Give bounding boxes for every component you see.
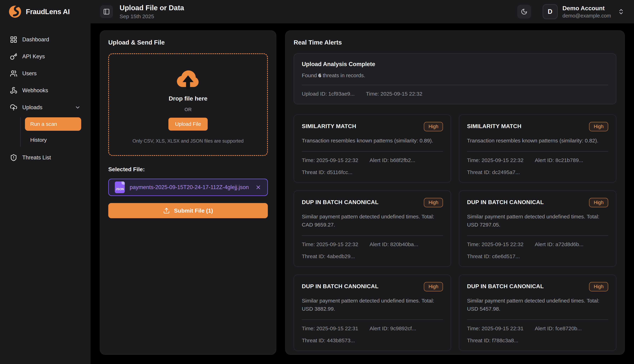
- sidebar-item[interactable]: Uploads: [6, 99, 85, 116]
- alert-time: Time: 2025-09-15 22:32: [302, 241, 358, 248]
- alert-description: Similar payment pattern detected undefin…: [302, 212, 443, 229]
- severity-badge: High: [424, 198, 443, 207]
- sidebar-item[interactable]: Webhooks: [6, 82, 85, 99]
- alert-card: SIMILARITY MATCH High Transaction resemb…: [294, 114, 451, 183]
- sidebar: FraudLens AI Dashboard API Keys Users We…: [0, 0, 91, 364]
- alert-id: Alert ID: 8c21b789...: [535, 157, 583, 163]
- app-root: FraudLens AI Dashboard API Keys Users We…: [0, 0, 634, 364]
- alert-card: DUP IN BATCH CANONICAL High Similar paym…: [294, 274, 451, 351]
- summary-meta: Upload ID: 1cf93ae9... Time: 2025-09-15 …: [302, 91, 608, 97]
- chevron-down-icon: [75, 104, 81, 110]
- summary-title: Upload Analysis Complete: [302, 61, 608, 68]
- nav-item-label: Dashboard: [22, 36, 49, 43]
- alert-cards-grid: SIMILARITY MATCH High Transaction resemb…: [294, 114, 616, 351]
- severity-badge: High: [424, 122, 443, 131]
- alert-id: Alert ID: b68f2fb2...: [370, 157, 415, 163]
- alert-meta: Time: 2025-09-15 22:31 Alert ID: fce8720…: [467, 326, 608, 332]
- main-content: Upload & Send File Drop file here OR Upl…: [91, 23, 634, 364]
- alert-meta: Time: 2025-09-15 22:32 Alert ID: b68f2fb…: [302, 157, 443, 163]
- or-label: OR: [184, 107, 192, 112]
- divider: [302, 151, 443, 152]
- divider: [467, 235, 608, 236]
- alert-meta: Time: 2025-09-15 22:31 Alert ID: 9c9892c…: [302, 326, 443, 332]
- sidebar-item-threats-list[interactable]: Threats List: [6, 149, 85, 166]
- nav-item-label: Uploads: [22, 104, 43, 110]
- drop-label: Drop file here: [169, 95, 207, 102]
- alert-meta: Time: 2025-09-15 22:32 Alert ID: 820b40b…: [302, 241, 443, 248]
- summary-description: Found 6 threats in records.: [302, 72, 608, 78]
- threat-id: Threat ID: d5116fcc...: [302, 169, 443, 175]
- threat-id: Threat ID: f788c3a8...: [467, 338, 608, 344]
- sub-item-label: History: [30, 137, 47, 143]
- severity-badge: High: [589, 198, 608, 207]
- sidebar-item[interactable]: Users: [6, 65, 85, 82]
- divider: [302, 320, 443, 320]
- users-icon: [10, 70, 17, 77]
- panel-left-icon: [103, 8, 110, 15]
- brand: FraudLens AI: [0, 0, 91, 23]
- sidebar-item-history[interactable]: History: [25, 133, 81, 147]
- alert-title: DUP IN BATCH CANONICAL: [467, 282, 544, 290]
- upload-file-button[interactable]: Upload File: [168, 118, 208, 130]
- sidebar-item[interactable]: Dashboard: [6, 31, 85, 48]
- divider: [302, 85, 608, 85]
- alerts-panel-title: Real Time Alerts: [294, 39, 616, 46]
- divider: [467, 151, 608, 152]
- sidebar-item[interactable]: API Keys: [6, 48, 85, 65]
- alert-card: DUP IN BATCH CANONICAL High Similar paym…: [459, 274, 616, 351]
- submit-file-button[interactable]: Submit File (1): [108, 203, 268, 218]
- alert-time: Time: 2025-09-15 22:32: [467, 157, 523, 163]
- alert-meta: Time: 2025-09-15 22:32 Alert ID: 8c21b78…: [467, 157, 608, 163]
- alert-card: DUP IN BATCH CANONICAL High Similar paym…: [294, 190, 451, 267]
- header-titles: Upload File or Data Sep 15th 2025: [120, 4, 184, 20]
- avatar: D: [543, 4, 558, 19]
- alert-id: Alert ID: fce8720b...: [535, 326, 582, 332]
- threat-id: Threat ID: dc2495a7...: [467, 169, 608, 175]
- nav-item-label: API Keys: [22, 53, 45, 60]
- alert-title: DUP IN BATCH CANONICAL: [302, 282, 379, 290]
- uploads-submenu: Run a scan History: [20, 117, 85, 147]
- alert-description: Similar payment pattern detected undefin…: [467, 212, 608, 229]
- account-email: demo@example.com: [562, 13, 611, 19]
- fraudlens-logo-icon: [8, 5, 22, 18]
- upload-analysis-summary-card: Upload Analysis Complete Found 6 threats…: [294, 53, 616, 104]
- nav-item-label: Webhooks: [22, 87, 48, 94]
- summary-time: Time: 2025-09-15 22:32: [366, 91, 422, 97]
- selected-file-name: payments-2025-09-15T20-24-17-112Z-4glejj…: [130, 184, 250, 190]
- json-file-icon: JSON: [115, 182, 125, 193]
- severity-badge: High: [589, 282, 608, 292]
- alert-title: DUP IN BATCH CANONICAL: [467, 198, 544, 206]
- key-icon: [10, 53, 17, 60]
- webhook-icon: [10, 87, 17, 94]
- file-dropzone[interactable]: Drop file here OR Upload File Only CSV, …: [108, 53, 268, 156]
- theme-toggle-button[interactable]: [517, 5, 531, 18]
- brand-name: FraudLens AI: [26, 8, 70, 16]
- severity-badge: High: [424, 282, 443, 292]
- sidebar-item-run-a-scan[interactable]: Run a scan: [25, 117, 81, 131]
- shield-alert-icon: [10, 154, 17, 161]
- sidebar-nav: Dashboard API Keys Users Webhooks Upload…: [0, 23, 91, 166]
- content-column: Upload File or Data Sep 15th 2025 D Demo…: [91, 0, 634, 364]
- upload-panel-title: Upload & Send File: [108, 39, 268, 46]
- selected-file-label: Selected File:: [108, 166, 268, 173]
- account-menu[interactable]: D Demo Account demo@example.com: [543, 4, 624, 19]
- alert-id: Alert ID: 820b40ba...: [370, 241, 418, 248]
- alert-card: SIMILARITY MATCH High Transaction resemb…: [459, 114, 616, 183]
- threat-count: 6: [318, 72, 321, 78]
- file-types-hint: Only CSV, XLS, XLSX and JSON files are s…: [133, 138, 244, 144]
- moon-icon: [521, 8, 527, 15]
- alert-time: Time: 2025-09-15 22:32: [302, 157, 358, 163]
- account-name: Demo Account: [562, 5, 611, 12]
- remove-file-button[interactable]: [255, 184, 261, 190]
- alert-description: Similar payment pattern detected undefin…: [302, 297, 443, 313]
- cloud-upload-icon: [10, 104, 17, 111]
- alert-title: SIMILARITY MATCH: [302, 122, 356, 130]
- upload-icon: [163, 207, 170, 214]
- sidebar-toggle-button[interactable]: [100, 5, 113, 18]
- alert-title: DUP IN BATCH CANONICAL: [302, 198, 379, 206]
- grid-icon: [10, 36, 17, 43]
- alert-time: Time: 2025-09-15 22:32: [467, 241, 523, 248]
- cloud-upload-filled-icon: [175, 66, 201, 92]
- threat-id: Threat ID: 443b8573...: [302, 338, 443, 344]
- divider: [467, 320, 608, 320]
